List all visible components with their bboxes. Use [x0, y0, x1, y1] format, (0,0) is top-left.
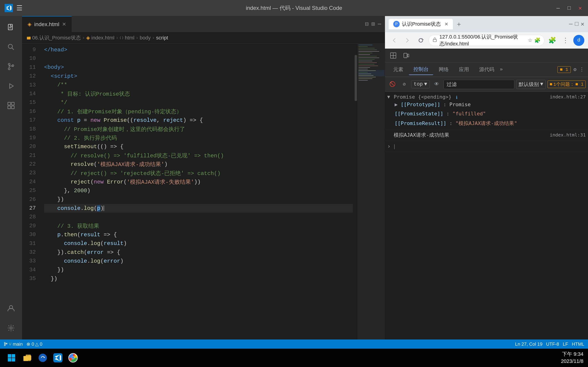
devtools-console-bar: 🚫 ⊘ top ▼ 👁 过滤 默认级别 ▼ ■: [385, 77, 588, 92]
hamburger-menu[interactable]: ☰: [16, 4, 23, 12]
log-level-chevron: ▼: [540, 81, 543, 87]
taskbar-explorer[interactable]: [21, 351, 35, 365]
console-clear-button[interactable]: 🚫: [387, 79, 397, 90]
devtools-device-button[interactable]: [400, 50, 412, 61]
console-filter-button[interactable]: ⊘: [399, 79, 409, 90]
browser-tab-favicon: P: [393, 21, 400, 27]
devtools-tab-console[interactable]: 控制台: [409, 64, 433, 75]
devtools-more-tabs[interactable]: »: [500, 67, 503, 73]
log-level-selector[interactable]: 默认级别 ▼: [516, 80, 546, 89]
line-ending-status[interactable]: LF: [563, 342, 568, 347]
svg-rect-31: [359, 69, 368, 69]
devtools-tab-application[interactable]: 应用: [454, 64, 474, 75]
activity-explorer[interactable]: [2, 18, 20, 37]
close-button[interactable]: ✕: [577, 5, 583, 11]
breadcrumb-body[interactable]: body: [140, 35, 151, 41]
console-entry-promise[interactable]: ▼ Promise {<pending>} ℹ index.html:27 ▶: [385, 92, 588, 130]
browser-toolbar: 127.0.0.1:5500/06.认识_Promise状态/index.htm…: [385, 32, 588, 49]
minimize-button[interactable]: —: [555, 5, 561, 11]
browser-close[interactable]: ✕: [581, 20, 584, 28]
console-input-line[interactable]: › |: [385, 141, 588, 152]
issue-badge[interactable]: ■ 1个问题： ■ 1: [548, 81, 586, 88]
svg-rect-17: [359, 46, 368, 47]
browser-minimize[interactable]: —: [569, 21, 573, 27]
activity-debug[interactable]: [2, 77, 20, 95]
eye-button[interactable]: 👁: [432, 79, 442, 90]
activity-git[interactable]: [2, 57, 20, 76]
activity-settings[interactable]: [2, 319, 20, 337]
devtools-tab-network[interactable]: 网络: [434, 64, 453, 75]
svg-rect-42: [393, 53, 396, 56]
more-actions-button[interactable]: ⋯: [378, 20, 381, 28]
console-entry-success[interactable]: 模拟AJAX请求-成功结果 index.html:31: [385, 130, 588, 141]
editor-tab[interactable]: ◈ index.html ✕: [22, 16, 72, 32]
success-output: 模拟AJAX请求-成功结果: [394, 131, 550, 139]
svg-rect-11: [8, 106, 10, 109]
console-input[interactable]: |: [393, 143, 396, 149]
activity-account[interactable]: [2, 299, 20, 318]
breadcrumb-script[interactable]: script: [156, 35, 168, 41]
activity-extensions[interactable]: [2, 96, 20, 115]
settings-menu-button[interactable]: ⋮: [560, 35, 571, 46]
browser-tab-close[interactable]: ✕: [444, 21, 448, 27]
code-editor[interactable]: </head> <body> <script> /** * 目标: 认识Prom…: [40, 44, 353, 340]
devtools-settings-button[interactable]: ⚙: [573, 67, 577, 73]
taskbar-vscode[interactable]: [51, 351, 65, 365]
code-line-21: // resolve() => 'fulfilled状态-已兑现' => the…: [44, 151, 353, 160]
entry-location-2[interactable]: index.html:31: [550, 131, 586, 138]
browser-maximize[interactable]: □: [575, 21, 579, 27]
promise-state: [[PromiseState]] : "fulfilled": [387, 110, 488, 119]
entry-location-1[interactable]: index.html:27: [550, 93, 586, 100]
title-bar-right: — □ ✕: [555, 5, 583, 11]
devtools-issues-badge[interactable]: ■ 1: [557, 66, 571, 73]
file-type-label: HTML: [572, 342, 584, 347]
tab-close-button[interactable]: ✕: [62, 21, 66, 27]
devtools-tab-sources[interactable]: 源代码: [475, 64, 499, 75]
maximize-button[interactable]: □: [566, 5, 572, 11]
layout-button[interactable]: ⊞: [372, 20, 375, 28]
split-editor-button[interactable]: ⊟: [365, 20, 369, 28]
breadcrumb-folder[interactable]: 06.认识_Promise状态: [27, 34, 81, 41]
secure-icon: [432, 37, 437, 43]
extensions-button[interactable]: 🧩: [547, 35, 558, 46]
git-branch-status[interactable]: ⑂ main: [4, 342, 23, 347]
log-level-label: 默认级别: [519, 81, 539, 88]
start-button[interactable]: [5, 351, 18, 365]
address-bar[interactable]: 127.0.0.1:5500/06.认识_Promise状态/index.htm…: [429, 35, 544, 46]
svg-rect-22: [359, 54, 370, 55]
taskbar-chrome[interactable]: [66, 351, 80, 365]
devtools-menu-button[interactable]: ⋮: [579, 67, 584, 73]
frame-selector[interactable]: top ▼: [411, 80, 430, 88]
devtools-inspect-button[interactable]: [387, 50, 399, 61]
breadcrumb-html[interactable]: html: [120, 35, 134, 41]
back-button[interactable]: [389, 35, 400, 46]
browser-tab-active[interactable]: P 认识Promise状态 ✕: [389, 19, 453, 29]
expand-arrow[interactable]: ▼: [387, 93, 394, 100]
errors-status[interactable]: ⊗ 0 △ 0: [26, 341, 42, 347]
profile-button[interactable]: d: [573, 35, 584, 46]
svg-rect-10: [11, 102, 14, 105]
activity-search[interactable]: [2, 38, 20, 56]
code-line-13: /**: [44, 81, 353, 90]
file-type-status[interactable]: HTML: [572, 342, 584, 347]
devtools-right-actions: ■ 1 ⚙ ⋮: [557, 66, 584, 73]
encoding-status[interactable]: UTF-8: [546, 342, 559, 347]
svg-marker-8: [10, 84, 13, 88]
new-tab-button[interactable]: ＋: [456, 20, 462, 28]
editor-area[interactable]: 9 10 11 12 13 14 15 16 17 18 19 20 21 22…: [22, 44, 385, 340]
position-status[interactable]: Ln 27, Col 19: [515, 342, 543, 347]
breadcrumb-file[interactable]: ◈ index.html: [86, 35, 114, 41]
console-filter-input[interactable]: 过滤: [443, 80, 514, 89]
taskbar-refresh[interactable]: [36, 351, 50, 365]
refresh-button[interactable]: [415, 35, 426, 46]
extensions-icon[interactable]: 🧩: [534, 37, 540, 43]
scrollbar-thumb[interactable]: [355, 55, 357, 101]
bookmark-star[interactable]: ☆: [528, 37, 532, 43]
svg-rect-37: [359, 77, 376, 77]
forward-button[interactable]: [402, 35, 413, 46]
code-line-22: resolve('模拟AJAX请求-成功结果'): [44, 160, 353, 169]
devtools-tab-elements[interactable]: 元素: [389, 64, 408, 75]
devtools-output[interactable]: ▼ Promise {<pending>} ℹ index.html:27 ▶: [385, 92, 588, 340]
editor-scrollbar[interactable]: [353, 44, 357, 340]
code-line-33: console.log(error): [44, 257, 353, 265]
